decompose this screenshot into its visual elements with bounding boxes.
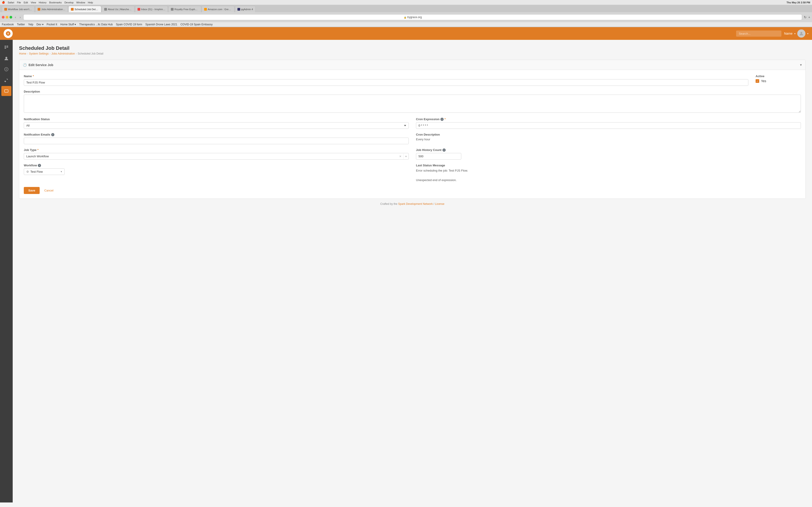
sidebar-item-admin[interactable]: [1, 86, 11, 96]
bookmark-spain-drone[interactable]: Spanish Drone Laws 2021: [145, 23, 177, 26]
bookmark-pocket[interactable]: Pocket It: [47, 23, 57, 26]
job-type-select[interactable]: Launch Workflow ✕ ▾: [24, 153, 409, 160]
minimize-window-button[interactable]: [6, 16, 8, 18]
tab-label-6: Amazon.com : Gregory frees...: [208, 8, 232, 11]
mac-menu-bar: 🍎 Safari File Edit View History Bookmark…: [2, 1, 786, 4]
tab-6[interactable]: Amazon.com : Gregory frees...: [202, 6, 235, 12]
panel-collapse-button[interactable]: ▾: [800, 63, 802, 67]
chevron-down-user-icon: ▾: [807, 33, 808, 35]
bookmark-facebook[interactable]: Facebook: [2, 23, 14, 26]
rock-logo[interactable]: [4, 29, 13, 38]
menu-help[interactable]: Help: [88, 1, 93, 4]
sidebar-item-finance[interactable]: 0: [1, 64, 11, 74]
active-label: Active: [756, 74, 801, 78]
admin-icon: [4, 89, 9, 93]
tab-0[interactable]: Workflow Job won't run auto...: [2, 6, 35, 12]
bookmark-yelp[interactable]: Yelp: [28, 23, 33, 26]
cancel-button[interactable]: Cancel: [42, 187, 56, 194]
tab-favicon-5: [171, 8, 173, 11]
forward-button[interactable]: ›: [19, 15, 22, 19]
breadcrumb-home[interactable]: Home: [19, 52, 26, 55]
browser-tab-bar: Workflow Job won't run auto... Jobs Admi…: [0, 5, 812, 12]
bookmark-covid-embassy[interactable]: COVID-19 Spain Embassy: [180, 23, 212, 26]
form-row-name-active: Name * Active ✓ Yes: [24, 74, 801, 86]
global-search-input[interactable]: [736, 31, 781, 37]
tab-5[interactable]: Royalty Free Euphoric Music...: [168, 6, 201, 12]
tab-label-7: pgAdmin 4: [241, 8, 253, 11]
job-type-label: Job Type *: [24, 148, 409, 152]
notification-emails-label: Notification Emails i: [24, 133, 409, 136]
panel-header-label: Edit Service Job: [29, 63, 53, 67]
notification-emails-input[interactable]: [24, 137, 409, 144]
bookmark-homestuff[interactable]: Home Stuff ▾: [60, 23, 76, 26]
save-button[interactable]: Save: [24, 187, 40, 194]
cron-expression-input[interactable]: [416, 122, 801, 129]
tab-3[interactable]: About Us | Manchego | Book...: [102, 6, 135, 12]
address-bar[interactable]: 🔒 trygrace.org: [23, 14, 802, 20]
svg-text:0: 0: [6, 68, 7, 71]
tab-7[interactable]: pgAdmin 4: [235, 6, 256, 12]
job-type-dropdown-button[interactable]: ▾: [404, 154, 408, 159]
tab-label-0: Workflow Job won't run auto...: [8, 8, 32, 11]
breadcrumb-sep-3: ›: [76, 52, 77, 55]
tab-2[interactable]: Scheduled Job Detail | Rock...: [68, 6, 101, 12]
bookmark-twitter[interactable]: Twitter: [17, 23, 25, 26]
name-required-indicator: *: [33, 74, 34, 78]
menu-bookmarks[interactable]: Bookmarks: [49, 1, 62, 4]
workflow-info-icon[interactable]: i: [38, 164, 41, 167]
close-window-button[interactable]: [2, 16, 5, 18]
menu-edit[interactable]: Edit: [23, 1, 28, 4]
form-group-active: Active ✓ Yes: [756, 74, 801, 86]
active-checkbox[interactable]: ✓: [756, 79, 759, 83]
user-menu[interactable]: Name ▾ ▾: [784, 30, 808, 38]
menu-history[interactable]: History: [39, 1, 46, 4]
menu-view[interactable]: View: [31, 1, 36, 4]
breadcrumb-jobs-admin[interactable]: Jobs Administration: [51, 52, 75, 55]
back-button[interactable]: ‹: [14, 15, 17, 19]
form-row-workflow-status: Workflow i ⚙ Test Flow ▾ Last Status Mes…: [24, 164, 801, 182]
form-row-notification-cron: Notification Status All None Success Err…: [24, 117, 801, 129]
sidebar-item-people[interactable]: [1, 53, 11, 63]
new-tab-button[interactable]: +: [808, 15, 810, 19]
cron-required-indicator: *: [445, 117, 446, 121]
maximize-window-button[interactable]: [9, 16, 12, 18]
tab-4[interactable]: Inbox (51) - lrmphm@gmail...: [135, 6, 168, 12]
description-textarea[interactable]: [24, 95, 801, 113]
mac-status-icons: Thu May 26 2:58 PM: [786, 1, 810, 4]
tab-favicon-3: [104, 8, 107, 11]
workflow-caret-icon: ▾: [61, 170, 62, 173]
reload-button[interactable]: ↻: [804, 15, 807, 19]
job-history-count-input[interactable]: [416, 153, 461, 160]
bookmark-therapeutics[interactable]: Therapeutics ...llc Data Hub: [79, 23, 113, 26]
notification-status-select[interactable]: All None Success Error: [24, 122, 409, 129]
chevron-down-icon: ▾: [794, 33, 796, 35]
tab-favicon-6: [204, 8, 207, 11]
apple-menu[interactable]: 🍎: [2, 1, 5, 4]
footer-separator: /: [434, 202, 434, 206]
breadcrumb-system-settings[interactable]: System Settings: [29, 52, 49, 55]
name-input[interactable]: [24, 79, 748, 86]
sidebar-item-dashboard[interactable]: [1, 43, 11, 53]
panel-header-title-group: 🕐 Edit Service Job: [23, 63, 53, 67]
active-yes-label: Yes: [761, 79, 766, 83]
clock-icon: 🕐: [23, 63, 27, 67]
people-icon: [4, 56, 9, 61]
app-name[interactable]: Safari: [8, 1, 14, 4]
menu-window[interactable]: Window: [77, 1, 85, 4]
notification-emails-info-icon[interactable]: i: [51, 133, 54, 136]
menu-develop[interactable]: Develop: [64, 1, 73, 4]
job-type-clear-button[interactable]: ✕: [397, 154, 404, 159]
avatar-icon: [799, 31, 804, 36]
footer-spark-link[interactable]: Spark Development Network: [398, 202, 433, 206]
bookmark-dev[interactable]: Dev ▾: [37, 23, 44, 26]
menu-file[interactable]: File: [17, 1, 21, 4]
workflow-select[interactable]: ⚙ Test Flow ▾: [24, 168, 64, 175]
tab-1[interactable]: Jobs Administration | Rock R...: [35, 6, 68, 12]
top-navigation: Name ▾ ▾: [0, 27, 812, 40]
bookmark-spain-covid[interactable]: Spain COVID 19 form: [116, 23, 142, 26]
name-label: Name *: [24, 74, 748, 78]
job-history-count-info-icon[interactable]: i: [443, 149, 446, 152]
footer-license-link[interactable]: License: [435, 202, 444, 206]
sidebar-item-tools[interactable]: [1, 75, 11, 85]
cron-info-icon[interactable]: i: [441, 118, 444, 121]
